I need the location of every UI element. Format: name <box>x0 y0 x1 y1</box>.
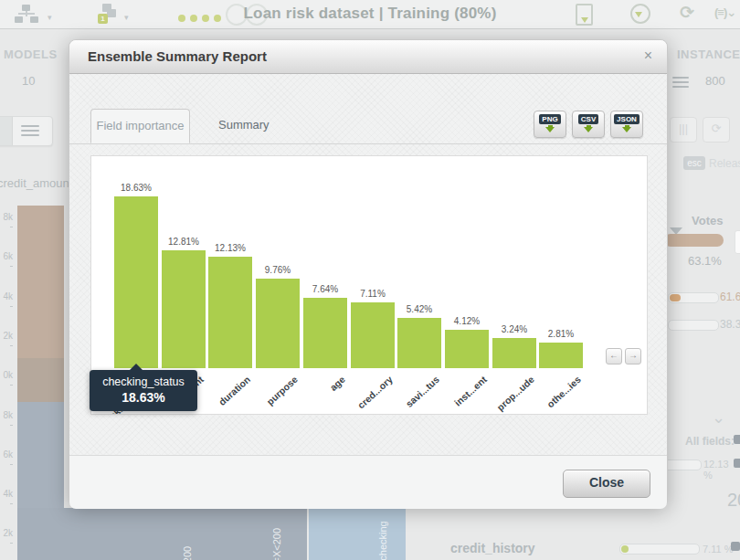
class-pill <box>668 320 719 331</box>
field-toggle-icon[interactable] <box>734 435 740 444</box>
download-format-badge: PNG <box>539 114 560 124</box>
pdp-bottom-strip: <0>=2000<=X<200no checking <box>0 508 420 560</box>
sunburst-view-button[interactable] <box>0 117 13 145</box>
node-count: 20 <box>727 490 740 511</box>
votes-progress-pill <box>664 234 724 247</box>
field-toggle-icon[interactable] <box>731 542 740 551</box>
bar-value-label: 5.42% <box>392 304 447 314</box>
bar-tooltip: checking_status 18.63% <box>90 370 197 411</box>
axis-tick: 0k <box>0 370 13 390</box>
bar-value-label: 7.11% <box>345 289 400 299</box>
green-down-arrow-icon <box>622 127 631 137</box>
bar-value-label: 18.63% <box>109 183 164 193</box>
release-label: Release <box>709 157 740 170</box>
collapsed-dropdown[interactable] <box>735 230 740 254</box>
screen: ▾ 1 ▾ Loan risk dataset | Training (80%)… <box>0 0 740 560</box>
category-label: no checking <box>377 521 388 560</box>
histogram-bar-mid <box>17 358 64 402</box>
reset-button[interactable]: ⟳ <box>703 117 730 143</box>
download-icon[interactable] <box>630 4 650 26</box>
tooltip-value: 18.63% <box>97 390 190 405</box>
esc-key-badge: esc <box>683 156 705 170</box>
bar-value-label: 7.64% <box>298 284 353 294</box>
importance-bar[interactable] <box>351 302 395 368</box>
axis-tick: 8k <box>0 410 13 430</box>
download-format-badge: CSV <box>578 114 598 124</box>
importance-bar[interactable] <box>539 343 583 368</box>
pdp-column-highlight <box>309 508 406 560</box>
ensemble-summary-modal: Ensemble Summary Report × Field importan… <box>69 39 668 507</box>
modal-footer: Close <box>69 455 667 509</box>
axis-tick: 6k <box>0 449 13 470</box>
refresh-icon[interactable]: ⟳ <box>680 2 694 24</box>
modal-title: Ensemble Summary Report <box>88 48 267 64</box>
importance-bar[interactable] <box>208 257 252 368</box>
counter-button[interactable]: ||| <box>670 117 697 143</box>
green-down-arrow-icon <box>545 127 555 137</box>
field-label-credit-history: credit_history <box>450 541 535 555</box>
importance-bar[interactable] <box>492 338 536 368</box>
bar-value-label: 2.81% <box>534 329 588 339</box>
histogram-bar-plurality <box>17 206 64 358</box>
download-buttons: PNGCSVJSON <box>534 111 643 138</box>
download-format-badge: JSON <box>614 114 640 124</box>
axis-tick: 2k <box>0 331 13 351</box>
axis-tick: 4k <box>0 291 13 312</box>
script-menu-icon[interactable]: (≡)⌄ <box>714 5 735 27</box>
menu-icon[interactable] <box>672 77 689 88</box>
pdp-columns <box>17 508 307 560</box>
instances-panel-title: INSTANCES <box>677 48 740 61</box>
close-icon[interactable]: × <box>644 48 652 64</box>
models-panel-title: MODELS <box>4 48 58 61</box>
report-icon[interactable] <box>576 4 593 26</box>
all-fields-label: All fields: <box>685 435 735 448</box>
download-png-button[interactable]: PNG <box>534 111 566 138</box>
top-toolbar: ▾ 1 ▾ Loan risk dataset | Training (80%)… <box>0 0 740 29</box>
chart-pager: ← → <box>606 348 641 365</box>
importance-bar[interactable] <box>303 298 347 368</box>
votes-percentage: 63.1% <box>688 254 722 268</box>
axis-tick: 6k <box>0 251 13 271</box>
importance-value: 7.11 % <box>703 544 733 555</box>
axis-tick: 4k <box>0 489 13 509</box>
download-json-button[interactable]: JSON <box>610 111 643 138</box>
votes-label: Votes <box>692 214 723 227</box>
pager-next-button[interactable]: → <box>625 348 641 365</box>
field-toggle-icon[interactable] <box>734 459 740 468</box>
importance-pill <box>663 460 702 470</box>
y-axis-field-label: credit_amount <box>0 176 72 190</box>
category-label: 0<=X<200 <box>271 528 282 560</box>
class-value: 38.3 <box>720 318 740 331</box>
bar-value-label: 4.12% <box>439 316 494 326</box>
tab-summary[interactable]: Summary <box>209 109 279 143</box>
modal-header: Ensemble Summary Report × <box>69 40 667 74</box>
class-value: 61.6 <box>720 291 740 303</box>
category-label: >=200 <box>182 546 193 560</box>
bar-value-label: 9.76% <box>250 265 305 275</box>
view-toggle <box>0 116 53 146</box>
importance-bar[interactable] <box>162 250 206 368</box>
close-button[interactable]: Close <box>563 470 650 498</box>
importance-bar[interactable] <box>445 330 489 368</box>
importance-pill <box>619 544 700 555</box>
tab-field-importance[interactable]: Field importance <box>90 109 190 143</box>
importance-bar[interactable] <box>256 279 300 368</box>
tooltip-field-name: checking_status <box>97 375 190 388</box>
models-count: 10 <box>22 74 35 88</box>
instances-count: 800 <box>705 74 725 88</box>
list-view-button[interactable] <box>21 125 39 136</box>
importance-bar[interactable] <box>397 318 441 368</box>
bar-value-label: 12.13% <box>203 243 258 253</box>
resource-title: Loan risk dataset | Training (80%) <box>0 5 740 23</box>
pager-prev-button[interactable]: ← <box>606 348 622 365</box>
importance-bar[interactable] <box>114 196 158 368</box>
class-pill <box>668 292 719 303</box>
chevron-down-icon: ⌄ <box>712 413 735 424</box>
green-down-arrow-icon <box>584 127 593 137</box>
download-csv-button[interactable]: CSV <box>572 111 605 138</box>
axis-tick: 8k <box>0 212 13 232</box>
